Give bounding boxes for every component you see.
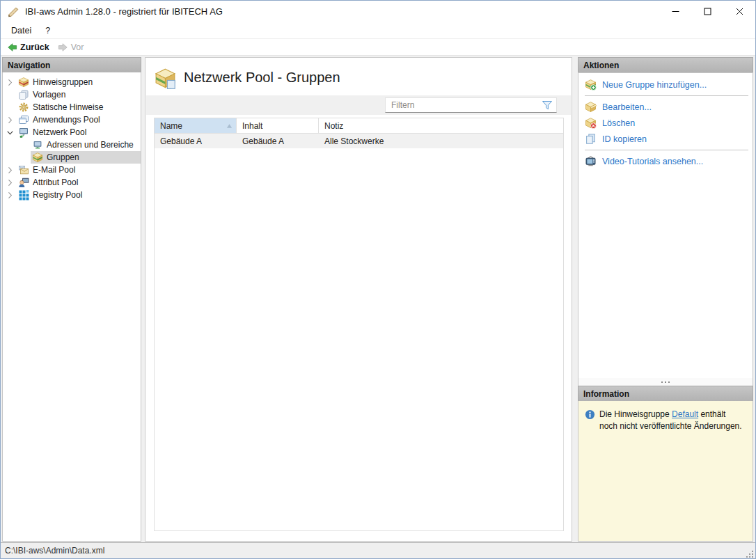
- tree-item-label: Vorlagen: [33, 90, 65, 100]
- edit-group-icon: [585, 101, 597, 113]
- information-message: Die Hinweisgruppe Default enthält noch n…: [599, 409, 746, 541]
- main-content-card: Netzwerk Pool - Gruppen Name: [145, 57, 572, 542]
- sort-ascending-icon: [226, 123, 233, 129]
- app-window: IBI-aws Admin 1.28.0 - registriert für I…: [0, 0, 756, 559]
- column-header-notiz[interactable]: Notiz: [319, 118, 563, 133]
- default-group-link[interactable]: Default: [672, 409, 698, 419]
- navigation-tree: Hinweisgruppen Vorlagen Statische Hinwei…: [2, 72, 141, 542]
- column-header-label: Name: [160, 121, 182, 131]
- tree-item-gruppen[interactable]: Gruppen: [3, 151, 141, 164]
- back-arrow-icon: [7, 42, 17, 52]
- status-bar: C:\IBI-aws\Admin\Data.xml: [1, 542, 755, 558]
- forward-label: Vor: [71, 42, 84, 52]
- cell-inhalt: Gebäude A: [237, 134, 319, 148]
- filter-funnel-icon[interactable]: [542, 100, 553, 111]
- navigation-panel-header: Navigation: [2, 57, 141, 72]
- actions-panel: Neue Gruppe hinzufügen... Bearbeiten... …: [578, 72, 753, 378]
- menu-datei[interactable]: Datei: [4, 22, 38, 39]
- action-edit[interactable]: Bearbeiten...: [578, 99, 753, 115]
- close-button[interactable]: [723, 1, 755, 22]
- maximize-button[interactable]: [691, 1, 723, 22]
- menu-bar: Datei ?: [1, 22, 755, 39]
- forward-button[interactable]: Vor: [54, 39, 88, 56]
- templates-pages-icon: [18, 89, 29, 100]
- tree-item-label: Adressen und Bereiche: [47, 140, 134, 150]
- tree-item-registry-pool[interactable]: Registry Pool: [3, 189, 141, 201]
- column-header-label: Notiz: [324, 121, 343, 131]
- chevron-right-icon[interactable]: [3, 178, 17, 187]
- content-area: Navigation Hinweisgruppen Vorlagen: [1, 56, 755, 542]
- filter-bar: [146, 95, 571, 115]
- address-monitor-icon: [32, 139, 43, 150]
- panel-splitter-handle[interactable]: [578, 378, 753, 386]
- menu-help[interactable]: ?: [38, 22, 57, 39]
- data-file-path: C:\IBI-aws\Admin\Data.xml: [1, 546, 104, 556]
- chevron-right-icon[interactable]: [3, 191, 17, 200]
- right-side-panel: Aktionen Neue Gruppe hinzufügen... Bearb…: [578, 57, 753, 542]
- tree-item-netzwerk-pool[interactable]: Netzwerk Pool: [3, 126, 141, 139]
- minimize-button[interactable]: [659, 1, 691, 22]
- registry-grid-icon: [18, 189, 29, 200]
- tree-item-attribut-pool[interactable]: Attribut Pool: [3, 176, 141, 189]
- action-label: Video-Tutorials ansehen...: [602, 157, 703, 166]
- column-header-inhalt[interactable]: Inhalt: [237, 118, 319, 133]
- tree-item-label: Hinweisgruppen: [33, 77, 93, 87]
- chevron-right-icon[interactable]: [3, 166, 17, 175]
- video-tutorials-icon: [585, 155, 597, 167]
- application-windows-icon: [18, 114, 29, 125]
- notice-groups-box-icon: [18, 77, 29, 88]
- tree-item-label: Anwendungs Pool: [33, 115, 100, 125]
- page-title-row: Netzwerk Pool - Gruppen: [145, 58, 572, 95]
- add-group-icon: [585, 79, 597, 90]
- info-icon: [585, 409, 595, 420]
- action-video-tutorials[interactable]: Video-Tutorials ansehen...: [578, 153, 753, 169]
- title-bar: IBI-aws Admin 1.28.0 - registriert für I…: [1, 1, 755, 22]
- action-label: Bearbeiten...: [602, 102, 652, 112]
- actions-separator: [585, 150, 748, 150]
- chevron-right-icon[interactable]: [3, 78, 17, 87]
- tree-item-adressen-und-bereiche[interactable]: Adressen und Bereiche: [3, 139, 141, 151]
- back-label: Zurück: [20, 42, 49, 52]
- table-row[interactable]: Gebäude A Gebäude A Alle Stockwerke: [155, 134, 563, 148]
- info-text-before: Die Hinweisgruppe: [599, 409, 672, 419]
- maximize-icon: [704, 8, 711, 15]
- tree-item-anwendungs-pool[interactable]: Anwendungs Pool: [3, 113, 141, 126]
- minimize-icon: [672, 8, 679, 15]
- tree-item-label: Netzwerk Pool: [33, 127, 86, 137]
- column-header-name[interactable]: Name: [155, 118, 237, 133]
- page-title: Netzwerk Pool - Gruppen: [184, 70, 340, 86]
- action-label: Löschen: [602, 118, 635, 128]
- column-header-label: Inhalt: [242, 121, 262, 131]
- tree-item-vorlagen[interactable]: Vorlagen: [3, 88, 141, 101]
- email-envelope-icon: [18, 164, 29, 175]
- group-box-large-icon: [155, 68, 177, 89]
- action-copy-id[interactable]: ID kopieren: [578, 131, 753, 147]
- navigation-panel: Navigation Hinweisgruppen Vorlagen: [2, 57, 141, 542]
- information-panel-header: Information: [578, 386, 753, 401]
- action-delete[interactable]: Löschen: [578, 115, 753, 131]
- tree-item-statische-hinweise[interactable]: Statische Hinweise: [3, 101, 141, 113]
- selected-tree-item[interactable]: Gruppen: [31, 151, 141, 164]
- static-notices-gear-icon: [18, 102, 29, 113]
- chevron-right-icon[interactable]: [3, 116, 17, 125]
- filter-input[interactable]: [386, 98, 542, 112]
- window-controls: [659, 1, 755, 22]
- actions-panel-header: Aktionen: [578, 57, 753, 72]
- app-logo-icon: [7, 6, 19, 18]
- navigation-toolbar: Zurück Vor: [1, 39, 755, 56]
- tree-item-label: Attribut Pool: [33, 178, 78, 187]
- delete-group-icon: [585, 117, 597, 129]
- back-button[interactable]: Zurück: [3, 39, 54, 56]
- resize-grip[interactable]: [745, 549, 754, 558]
- tree-item-hinweisgruppen[interactable]: Hinweisgruppen: [3, 76, 141, 88]
- chevron-down-icon[interactable]: [3, 128, 17, 137]
- tree-item-label: Statische Hinweise: [33, 102, 103, 112]
- tree-item-email-pool[interactable]: E-Mail Pool: [3, 164, 141, 176]
- tree-item-label: Gruppen: [47, 152, 79, 162]
- action-label: ID kopieren: [602, 134, 647, 144]
- action-add-group[interactable]: Neue Gruppe hinzufügen...: [578, 77, 753, 93]
- attribute-person-icon: [18, 177, 29, 188]
- window-title: IBI-aws Admin 1.28.0 - registriert für I…: [25, 6, 223, 17]
- network-monitor-icon: [18, 127, 29, 138]
- filter-box: [385, 97, 557, 113]
